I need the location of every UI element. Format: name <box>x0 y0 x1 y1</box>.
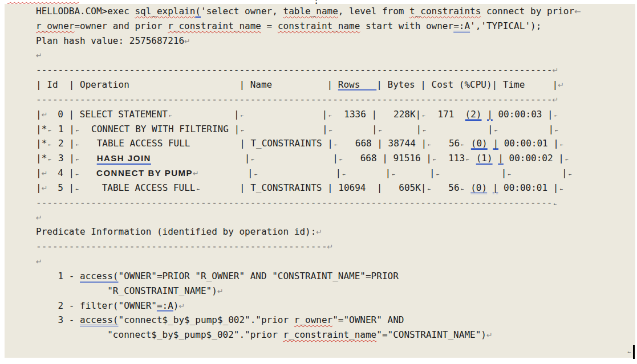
small-arrow-icon: ← <box>552 197 558 212</box>
plain-text: |* <box>36 153 47 163</box>
plan-row-4: |↵ 4 |← CONNECT BY PUMP↵ |← |← |← |← |← … <box>36 166 581 181</box>
small-arrow-icon: ← <box>327 109 333 124</box>
small-arrow-icon: ← <box>567 167 573 182</box>
plain-text: | <box>512 167 567 178</box>
plain-text: CONNECT BY WITH FILTERING | <box>80 124 240 134</box>
plain-text: 00:00:01 | <box>498 182 558 193</box>
grammar-flagged-text: =:A <box>157 300 173 311</box>
plain-text: ----------------------------------------… <box>36 241 327 252</box>
grammar-flagged-text: =:A <box>453 21 470 31</box>
misspelled-text: r_owner <box>294 314 332 325</box>
return-mark-icon: ↵ <box>36 211 47 226</box>
predicate-heading: Predicate Information (identified by ope… <box>36 224 581 239</box>
clipped-misspelled-text: xxxxxxxxxxxxx <box>7 0 79 2</box>
grammar-flagged-text: ( <box>195 6 201 17</box>
return-mark-icon: ↵ <box>42 108 52 122</box>
misspelled-text: r_owner <box>36 21 74 31</box>
document-body[interactable]: HELLODBA.COM>exec sql_explain('select ow… <box>36 4 581 357</box>
plan-row-3: |*← 3 |← HASH JOIN |← |← 668 | 91516 |← … <box>36 151 581 166</box>
sql-command-line-1: HELLODBA.COM>exec sql_explain('select ow… <box>36 4 581 19</box>
plain-text: 0 | SELECT STATEMENT <box>52 109 168 120</box>
small-arrow-icon: ← <box>558 182 564 197</box>
grammar-flagged-text: access( <box>80 271 118 281</box>
plain-text: | <box>334 124 378 134</box>
small-arrow-icon: ← <box>168 109 173 124</box>
plain-text: | <box>427 124 493 134</box>
return-mark-icon: ↵ <box>552 63 563 78</box>
plain-text: ----------------------------------------… <box>36 197 552 208</box>
plain-text: 56 <box>432 182 459 193</box>
plain-text: 00:00:02 | <box>504 153 564 163</box>
plain-text: | <box>259 167 342 178</box>
table-border-top: ----------------------------------------… <box>36 63 581 77</box>
small-arrow-icon: ← <box>195 182 201 197</box>
predicate-divider: ----------------------------------------… <box>36 239 581 254</box>
plain-text: |* <box>36 138 47 149</box>
return-mark-icon: ↵ <box>558 78 569 93</box>
plain-text: 4 | <box>52 167 75 178</box>
misspelled-text: r_constraint_name <box>283 329 376 340</box>
plan-row-0: |↵ 0 | SELECT STATEMENT← |← |← 1336 | 22… <box>36 107 581 122</box>
return-mark-icon: ↵ <box>42 181 52 196</box>
plain-text: connect by prior <box>481 6 574 17</box>
return-mark-icon: ↵ <box>42 166 52 181</box>
plain-text: = <box>261 21 278 31</box>
plain-text <box>465 182 471 193</box>
plain-text: 1 | <box>52 124 75 134</box>
plain-text <box>80 167 96 178</box>
plain-text: 668 | 38744 | <box>339 138 427 149</box>
plain-text: 56 <box>432 138 460 149</box>
plain-text: | <box>36 182 42 193</box>
return-mark-icon: ↵ <box>193 166 204 181</box>
clipped-previous-line: xxxxxxxxxxxxx '; <box>0 0 637 4</box>
predicate-3-cont: "connect$_by$_pump$_002"."prior r_constr… <box>36 328 581 342</box>
plain-text: ----------------------------------------… <box>36 64 552 75</box>
misspelled-text: table_name <box>283 6 338 17</box>
plain-text: 171 <box>427 109 465 120</box>
plain-text: |* <box>36 124 47 134</box>
predicate-1: 1 - access("OWNER"=PRIOR "R_OWNER" AND "… <box>36 269 581 284</box>
document-page[interactable]: xxxxxxxxxxxxx '; HELLODBA.COM>exec sql_e… <box>0 0 637 364</box>
plain-text: | <box>151 153 250 163</box>
plain-text: | T_CONSTRAINTS | 10694 | 605K| <box>201 182 426 193</box>
return-mark-icon: ↵ <box>184 34 195 49</box>
grammar-flagged-text: | <box>493 182 498 193</box>
plain-text: "connect$_by$_pump$_002"."prior <box>119 314 294 325</box>
plain-text <box>493 153 498 163</box>
grammar-flagged-text: (0) <box>470 182 487 193</box>
plain-text <box>80 153 97 163</box>
plain-text: 00:00:01 | <box>498 138 559 149</box>
plain-text: 'select owner, <box>201 6 283 17</box>
plain-text: | <box>255 153 338 163</box>
plain-text: 668 | 91516 | <box>344 153 432 163</box>
wrap-arrow-icon: ← <box>574 7 581 16</box>
grammar-flagged-text: (0) <box>471 138 488 149</box>
plain-text: | <box>204 167 253 178</box>
sql-command-line-2: r_owner=owner and prior r_constraint_nam… <box>36 19 581 34</box>
plain-text: ) <box>173 300 179 311</box>
grammar-flagged-text: | <box>498 153 504 163</box>
plain-text: | <box>499 124 554 134</box>
small-arrow-icon: ← <box>74 182 80 197</box>
return-mark-icon: ↵ <box>217 284 228 299</box>
clipped-text-fragment: '; <box>308 0 319 4</box>
plain-text: "="CONSTRAINT_NAME") <box>376 329 486 340</box>
plain-text: start with owner <box>360 21 453 31</box>
plain-text <box>465 138 471 149</box>
return-mark-icon: ↵ <box>327 240 338 255</box>
plan-row-2: |*← 2 |← TABLE ACCESS FULL | T_CONSTRAIN… <box>36 136 581 151</box>
plain-text: | <box>245 109 328 120</box>
grammar-flagged-text: access( <box>80 314 118 325</box>
grammar-flagged-text: (2) <box>465 109 482 120</box>
plain-text: | <box>383 124 421 134</box>
blank-line-1: ↵ <box>36 48 581 63</box>
plain-text: | Id | Operation | Name | <box>36 79 338 90</box>
plain-text: | <box>245 124 328 134</box>
bold-grammar-text: HASH JOIN <box>97 153 151 163</box>
plain-text: =owner and prior <box>74 21 168 31</box>
plain-text: Predicate Information (identified by ope… <box>36 226 316 237</box>
small-arrow-icon: ← <box>240 109 245 124</box>
plan-hash-line: Plan hash value: 2575687216↵ <box>36 34 581 48</box>
bold-text: CONNECT BY PUMP <box>96 168 193 178</box>
return-mark-icon: ↵ <box>36 255 47 269</box>
